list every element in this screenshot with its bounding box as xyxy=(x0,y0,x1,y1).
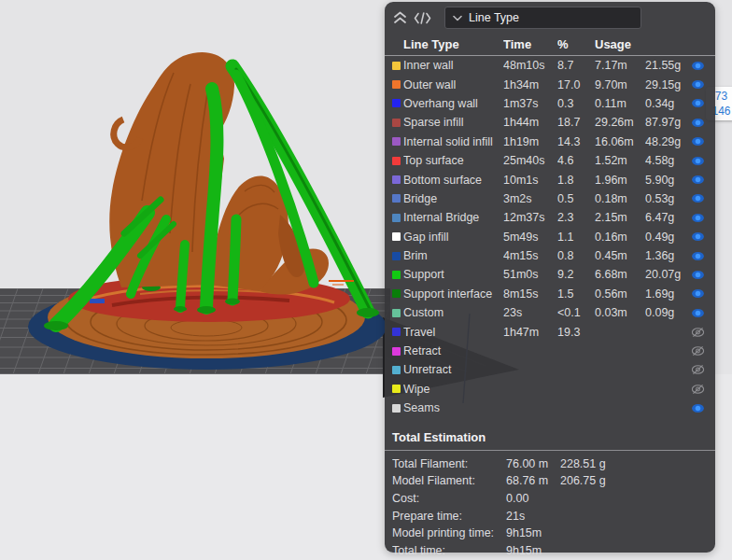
time-value: 48m10s xyxy=(503,59,557,72)
color-swatch xyxy=(392,194,401,203)
total-label: Total Filament: xyxy=(392,457,506,470)
length-value: 0.56m xyxy=(595,287,645,301)
eye-visible-icon[interactable] xyxy=(690,174,705,187)
line-type-row: Top surface25m40s4.61.52m4.58g xyxy=(385,151,715,170)
length-value: 1.96m xyxy=(595,174,645,187)
eye-visible-icon[interactable] xyxy=(690,211,705,224)
time-value: 1h19m xyxy=(503,135,557,148)
eye-hidden-icon[interactable] xyxy=(690,363,705,376)
eye-visible-icon[interactable] xyxy=(690,306,705,319)
line-type-row: Custom23s<0.10.03m0.09g xyxy=(385,303,715,322)
weight-value: 0.34g xyxy=(645,97,690,110)
length-value: 0.03m xyxy=(595,306,645,319)
color-swatch xyxy=(392,232,401,241)
color-swatch xyxy=(392,309,401,317)
col-percent: % xyxy=(557,37,595,51)
app-window: 73 146 Line Type xyxy=(0,0,732,560)
percent-value: 19.3 xyxy=(557,326,595,339)
eye-visible-icon[interactable] xyxy=(690,401,705,414)
length-value: 0.16m xyxy=(595,231,645,244)
line-type-row: Gap infill5m49s1.10.16m0.49g xyxy=(385,228,715,246)
color-swatch xyxy=(392,157,401,165)
line-type-row: Sparse infill1h44m18.729.26m87.97g xyxy=(385,113,715,132)
eye-visible-icon[interactable] xyxy=(690,135,705,148)
eye-hidden-icon[interactable] xyxy=(690,344,705,357)
time-value: 1h34m xyxy=(503,78,557,91)
weight-value: 48.29g xyxy=(645,135,690,148)
total-divider xyxy=(385,450,715,451)
line-type-row: Seams xyxy=(385,399,715,417)
total-value-2: 206.75 g xyxy=(560,474,706,487)
view-type-value: Line Type xyxy=(469,11,519,24)
total-estimation-row: Total time:9h15m xyxy=(385,541,715,559)
color-swatch xyxy=(392,385,401,393)
gcode-viewer-icon[interactable] xyxy=(411,7,433,29)
line-type-label: Seams xyxy=(403,401,503,414)
eye-visible-icon[interactable] xyxy=(690,59,705,72)
eye-visible-icon[interactable] xyxy=(690,231,705,244)
base-blue-mark xyxy=(90,299,105,303)
eye-visible-icon[interactable] xyxy=(690,287,705,301)
col-line-type: Line Type xyxy=(403,37,503,51)
total-value-2: 228.51 g xyxy=(560,457,706,470)
percent-value: 2.3 xyxy=(557,211,595,224)
time-value: 8m15s xyxy=(503,287,557,301)
eye-visible-icon[interactable] xyxy=(690,249,705,262)
view-type-dropdown[interactable]: Line Type xyxy=(444,7,641,29)
eye-hidden-icon[interactable] xyxy=(690,383,705,396)
line-type-row: Retract xyxy=(385,342,715,360)
total-label: Cost: xyxy=(392,492,506,505)
length-value: 1.52m xyxy=(595,154,645,167)
time-value: 4m15s xyxy=(503,249,557,262)
color-swatch xyxy=(392,404,401,413)
eye-visible-icon[interactable] xyxy=(690,268,705,281)
eye-visible-icon[interactable] xyxy=(690,97,705,110)
weight-value: 0.49g xyxy=(645,231,690,244)
line-type-row: Travel1h47m19.3 xyxy=(385,322,715,341)
time-value: 51m0s xyxy=(503,268,557,281)
line-type-row: Wipe xyxy=(385,380,715,399)
legend-panel: Line Type Line Type Time % Usage Inner w… xyxy=(385,2,715,553)
color-swatch xyxy=(392,328,401,336)
length-value: 16.06m xyxy=(595,135,645,148)
line-type-label: Top surface xyxy=(403,154,503,167)
length-value: 9.70m xyxy=(595,78,645,91)
line-type-label: Retract xyxy=(403,344,503,357)
percent-value: 0.5 xyxy=(557,192,595,205)
collapse-icon[interactable] xyxy=(388,7,411,29)
length-value: 6.68m xyxy=(595,268,645,281)
line-type-label: Internal solid infill xyxy=(403,135,503,148)
line-type-row: Inner wall48m10s8.77.17m21.55g xyxy=(385,56,715,75)
eye-visible-icon[interactable] xyxy=(690,192,705,205)
color-swatch xyxy=(392,80,401,89)
table-header: Line Type Time % Usage xyxy=(385,34,715,55)
weight-value: 6.47g xyxy=(645,211,690,224)
total-estimation-table: Total Filament:76.00 m228.51 gModel Fila… xyxy=(385,455,715,559)
total-estimation-row: Model printing time:9h15m xyxy=(385,525,715,542)
eye-visible-icon[interactable] xyxy=(690,154,705,167)
length-value: 0.45m xyxy=(595,249,645,262)
total-label: Model printing time: xyxy=(392,526,506,539)
total-value-1: 9h15m xyxy=(506,526,560,539)
weight-value: 0.53g xyxy=(645,192,690,205)
color-swatch xyxy=(392,271,401,279)
eye-hidden-icon[interactable] xyxy=(690,326,705,339)
weight-value: 1.36g xyxy=(645,249,690,262)
col-usage: Usage xyxy=(595,37,645,51)
total-estimation-row: Prepare time:21s xyxy=(385,507,715,525)
length-value: 0.11m xyxy=(595,97,645,110)
time-value: 12m37s xyxy=(503,211,557,224)
time-value: 25m40s xyxy=(503,154,557,167)
percent-value: 0.8 xyxy=(557,249,595,262)
line-type-label: Overhang wall xyxy=(403,97,503,110)
line-type-label: Support interface xyxy=(403,287,503,301)
line-type-row: Unretract xyxy=(385,360,715,379)
percent-value: 14.3 xyxy=(557,135,595,148)
line-type-label: Internal Bridge xyxy=(403,211,503,224)
eye-visible-icon[interactable] xyxy=(690,116,705,129)
eye-visible-icon[interactable] xyxy=(690,78,705,91)
time-value: 5m49s xyxy=(503,231,557,244)
weight-value: 21.55g xyxy=(645,59,690,72)
line-type-label: Travel xyxy=(403,326,503,339)
line-type-label: Bridge xyxy=(403,192,503,205)
